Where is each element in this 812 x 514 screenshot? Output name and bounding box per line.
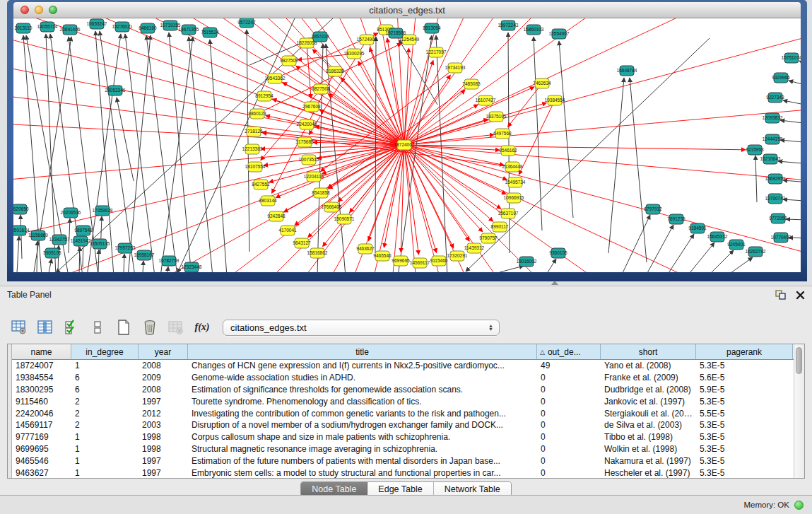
graph-node[interactable]: 10073515	[299, 155, 319, 165]
graph-node[interactable]: 11439312	[464, 243, 485, 253]
graph-node[interactable]: 12217097	[426, 47, 447, 57]
graph-node[interactable]: 10966915	[504, 193, 524, 203]
cell-out_degree[interactable]: 49	[537, 361, 601, 370]
graph-node[interactable]: 9546162	[499, 146, 517, 156]
cell-title[interactable]: Embryonic stem cells: a model to study s…	[188, 468, 537, 478]
cell-in_degree[interactable]: 2	[71, 397, 139, 407]
select-all-icon[interactable]	[63, 319, 80, 336]
cell-pagerank[interactable]: 5.9E-5	[696, 385, 793, 395]
graph-node[interactable]: 12093832	[763, 113, 783, 123]
graph-node[interactable]: 8912954	[255, 91, 273, 101]
cell-short[interactable]: Tibbo et al. (1998)	[601, 432, 696, 442]
graph-node[interactable]: 17359928	[93, 206, 113, 216]
graph-node[interactable]: 18016002	[517, 257, 537, 267]
cell-name[interactable]: 18300295	[12, 385, 71, 395]
graph-node[interactable]: 16782759	[159, 256, 180, 266]
graph-node[interactable]: 16860103	[524, 25, 544, 35]
graph-node[interactable]: 9860123	[248, 109, 266, 119]
graph-node[interactable]: 14569117	[410, 258, 430, 268]
graph-node[interactable]: 12213363	[242, 144, 263, 154]
cell-year[interactable]: 1997	[139, 468, 188, 478]
cell-name[interactable]: 14569117	[12, 420, 71, 430]
cell-title[interactable]: Corpus callosum shape and size in male p…	[188, 432, 537, 442]
graph-node[interactable]: 9897548	[74, 226, 93, 235]
graph-node[interactable]: 2620650	[13, 204, 29, 214]
graph-node[interactable]: 11451947	[71, 236, 91, 246]
network-canvas[interactable]: 1822605898275091054336289129549860123271…	[13, 18, 801, 272]
close-window-icon[interactable]	[20, 6, 29, 14]
cell-short[interactable]: Wolkin et al. (1998)	[601, 444, 696, 454]
cell-in_degree[interactable]: 6	[71, 373, 139, 382]
graph-node[interactable]: 18300295	[344, 49, 365, 59]
scrollbar-thumb[interactable]	[796, 347, 802, 374]
graph-node[interactable]: 17957253	[115, 243, 136, 253]
graph-node[interactable]: 19734193	[445, 63, 466, 73]
graph-node[interactable]: 9772950	[769, 214, 787, 223]
cell-pagerank[interactable]: 5.3E-5	[696, 444, 793, 454]
graph-node[interactable]: 9329966	[772, 73, 790, 83]
cell-name[interactable]: 9463627	[12, 468, 71, 478]
column-header-title[interactable]: title	[188, 344, 537, 359]
function-builder-icon[interactable]: f(x)	[194, 319, 211, 336]
panel-splitter-grip[interactable]	[551, 281, 558, 285]
cell-short[interactable]: Yano et al. (2008)	[601, 361, 696, 370]
table-row[interactable]: 969969511998Structural magnetic resonanc…	[12, 443, 794, 455]
graph-node[interactable]: 16958107	[134, 250, 155, 260]
cell-short[interactable]: Jankovic et al. (1997)	[601, 397, 696, 407]
cell-out_degree[interactable]: 0	[537, 385, 601, 395]
cell-year[interactable]: 2008	[139, 385, 188, 395]
cell-pagerank[interactable]: 5.3E-5	[696, 468, 793, 478]
graph-node[interactable]: 17320291	[447, 251, 468, 261]
column-header-out_degree[interactable]: △out_de...	[537, 344, 601, 359]
cell-out_degree[interactable]: 0	[537, 468, 601, 478]
cell-in_degree[interactable]: 1	[71, 444, 139, 454]
cell-in_degree[interactable]: 2	[71, 420, 139, 430]
cell-short[interactable]: Stergiakouli et al. (2012)	[601, 409, 696, 419]
network-graph[interactable]: 1822605898275091054336289129549860123271…	[13, 18, 801, 272]
graph-node[interactable]: 14055724	[37, 22, 58, 32]
cell-out_degree[interactable]: 0	[537, 444, 601, 454]
graph-node[interactable]: 13505135	[90, 239, 110, 249]
graph-node[interactable]: 9227343	[766, 93, 784, 103]
graph-node[interactable]: 9242848	[267, 211, 286, 221]
graph-node[interactable]: 9465546	[373, 251, 392, 261]
cell-year[interactable]: 2012	[139, 409, 188, 419]
column-header-pagerank[interactable]: pagerank	[696, 344, 793, 359]
cell-short[interactable]: de Silva et al. (2003)	[601, 420, 696, 430]
graph-node[interactable]: 20891406	[60, 25, 81, 35]
table-row[interactable]: 1830029562008Estimation of significance …	[12, 384, 794, 396]
graph-node[interactable]: 15276021	[112, 22, 133, 32]
cell-title[interactable]: Investigating the contribution of common…	[188, 409, 537, 419]
graph-node[interactable]: 9699695	[392, 256, 410, 266]
graph-node[interactable]: 7691235	[667, 214, 686, 224]
cell-year[interactable]: 1998	[139, 432, 188, 442]
graph-node[interactable]: 7957224	[311, 32, 329, 42]
graph-node[interactable]: 9643127	[293, 238, 311, 248]
tab-network-table[interactable]: Network Table	[434, 482, 511, 496]
cell-year[interactable]: 2009	[139, 373, 188, 382]
table-columns-icon[interactable]	[37, 319, 54, 336]
graph-node[interactable]: 15090571	[334, 214, 355, 224]
graph-node[interactable]: 9827509	[280, 56, 298, 66]
cell-out_degree[interactable]: 0	[537, 397, 601, 407]
cell-in_degree[interactable]: 2	[71, 409, 139, 419]
graph-node[interactable]: 18107554	[245, 162, 266, 172]
graph-node[interactable]: 15645312	[707, 232, 728, 242]
tab-node-table[interactable]: Node Table	[301, 482, 367, 496]
graph-node[interactable]: 2803144	[259, 196, 277, 206]
cell-year[interactable]: 2003	[139, 420, 188, 430]
cell-pagerank[interactable]: 5.3E-5	[696, 397, 793, 407]
graph-node[interactable]: 7515524	[201, 28, 219, 37]
cell-short[interactable]: Dudbridge et al. (2008)	[601, 385, 696, 395]
graph-node[interactable]: 12444155	[763, 134, 783, 144]
graph-node[interactable]: 9572247	[237, 18, 256, 28]
graph-node[interactable]: 4170041	[278, 226, 297, 235]
cell-out_degree[interactable]: 0	[537, 409, 601, 419]
graph-node[interactable]: 12700743	[765, 194, 786, 204]
graph-node[interactable]: 2718126	[245, 127, 263, 136]
new-file-icon[interactable]	[115, 319, 132, 336]
cell-pagerank[interactable]: 5.5E-5	[696, 409, 793, 419]
close-panel-icon[interactable]	[796, 291, 805, 300]
cell-title[interactable]: Estimation of significance thresholds fo…	[188, 385, 537, 395]
cell-name[interactable]: 9115460	[12, 397, 71, 407]
